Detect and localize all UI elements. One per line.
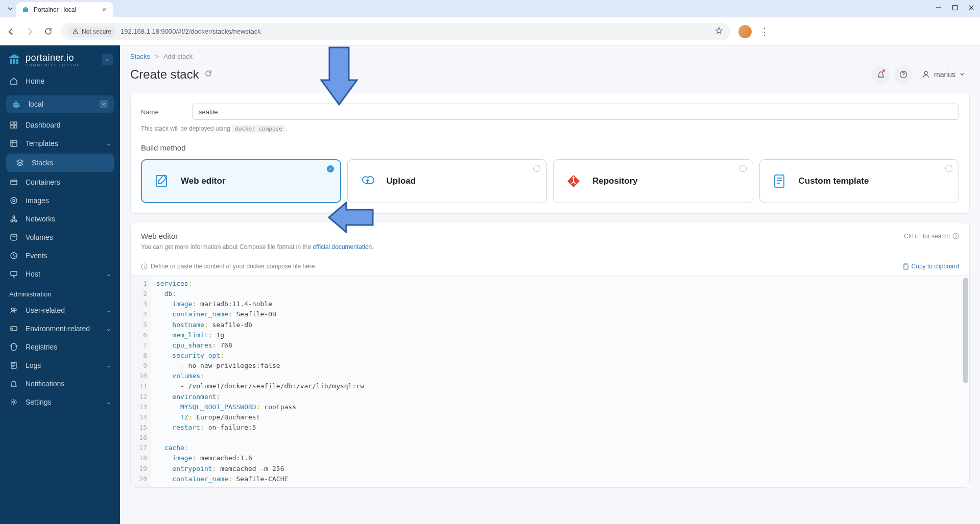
user-related-icon: [9, 306, 18, 315]
svg-point-22: [15, 220, 17, 222]
chevron-down-icon: ⌄: [106, 326, 111, 332]
nav-label: Environment-related: [26, 325, 90, 333]
method-radio: [739, 165, 747, 172]
profile-button[interactable]: [738, 25, 752, 38]
svg-rect-12: [11, 122, 13, 124]
nav-item-environment-related[interactable]: Environment-related⌄: [0, 319, 120, 338]
user-menu[interactable]: marius: [917, 67, 970, 82]
name-input[interactable]: [192, 104, 959, 120]
svg-point-52: [144, 264, 145, 265]
method-radio: [533, 165, 540, 172]
code-editor[interactable]: 1234567891011121314151617181920 services…: [131, 275, 969, 487]
containers-icon: [9, 178, 18, 187]
nav-label: Images: [26, 196, 49, 205]
nav-label: Settings: [26, 398, 52, 406]
main-content: Stacks > Add stack Create stack: [120, 45, 980, 524]
url-bar[interactable]: Not secure 192.168.1.18:9000/#!/2/docker…: [61, 23, 730, 40]
svg-rect-0: [23, 9, 28, 12]
security-chip[interactable]: Not secure: [68, 27, 115, 37]
help-button[interactable]: [894, 65, 913, 84]
method-card-repository[interactable]: Repository: [553, 159, 753, 203]
reload-button[interactable]: [43, 27, 53, 37]
method-icon: [152, 171, 172, 191]
svg-rect-11: [17, 103, 19, 105]
settings-icon: [9, 397, 18, 407]
sidebar: portainer.io COMMUNITY EDITION « Home lo…: [0, 45, 120, 524]
url-text: 192.168.1.18:9000/#!/2/docker/stacks/new…: [121, 28, 261, 35]
tab-close-button[interactable]: ×: [100, 6, 108, 14]
code-body[interactable]: services: db: image: mariadb:11.4-noble …: [151, 276, 969, 487]
nav-item-host[interactable]: Host⌄: [0, 265, 120, 283]
docs-link[interactable]: official documentation: [313, 243, 372, 251]
networks-icon: [9, 214, 18, 223]
env-header[interactable]: local ×: [6, 95, 114, 113]
method-radio: [945, 165, 952, 172]
copy-to-clipboard-button[interactable]: Copy to clipboard: [902, 263, 959, 270]
breadcrumb: Stacks > Add stack: [130, 53, 970, 60]
nav-label: Host: [26, 270, 40, 278]
svg-rect-13: [14, 122, 17, 124]
forward-button[interactable]: [25, 27, 35, 37]
editor-placeholder-hint: Define or paste the content of your dock…: [141, 263, 315, 270]
nav-label: Home: [26, 77, 44, 85]
nav-item-logs[interactable]: Logs⌄: [0, 356, 120, 375]
svg-point-41: [924, 71, 927, 74]
browser-menu-button[interactable]: ⋮: [760, 26, 769, 37]
maximize-button[interactable]: [950, 3, 960, 12]
sidebar-collapse-button[interactable]: «: [102, 54, 113, 65]
browser-nav-bar: Not secure 192.168.1.18:9000/#!/2/docker…: [0, 17, 980, 45]
back-button[interactable]: [6, 27, 16, 37]
nav-item-networks[interactable]: Networks: [0, 210, 120, 228]
minimize-button[interactable]: [934, 3, 943, 12]
nav-item-dashboard[interactable]: Dashboard: [0, 116, 120, 134]
title-bar: Create stack marius: [130, 65, 970, 84]
notifications-button[interactable]: [872, 65, 890, 84]
svg-point-4: [75, 32, 76, 33]
method-radio: [327, 165, 334, 172]
images-icon: [9, 196, 18, 205]
method-card-upload[interactable]: Upload: [347, 159, 547, 203]
method-title: Web editor: [181, 176, 226, 186]
breadcrumb-root[interactable]: Stacks: [130, 53, 150, 60]
nav-item-events[interactable]: Events: [0, 246, 120, 265]
svg-point-19: [11, 197, 17, 204]
nav-label: Registries: [26, 343, 57, 351]
nav-item-notifications[interactable]: Notifications: [0, 375, 120, 393]
nav-item-volumes[interactable]: Volumes: [0, 228, 120, 246]
help-icon: [899, 70, 907, 79]
close-window-button[interactable]: [967, 3, 976, 12]
refresh-button[interactable]: [204, 69, 212, 80]
logs-icon: [9, 361, 18, 370]
docker-icon: [12, 99, 21, 109]
nav-item-registries[interactable]: Registries: [0, 338, 120, 356]
svg-rect-2: [953, 6, 958, 10]
method-icon: [564, 171, 583, 191]
notifications-icon: [9, 379, 18, 388]
nav-label: Containers: [26, 178, 60, 186]
tab-search-button[interactable]: [4, 3, 16, 15]
svg-rect-8: [13, 103, 15, 105]
bookmark-button[interactable]: [715, 27, 723, 36]
chevron-down-icon: [960, 72, 965, 77]
nav-item-settings[interactable]: Settings⌄: [0, 393, 120, 411]
nav-home[interactable]: Home: [0, 72, 120, 90]
env-close-button[interactable]: ×: [100, 100, 108, 108]
nav-item-images[interactable]: Images: [0, 191, 120, 210]
method-card-web-editor[interactable]: Web editor: [141, 159, 341, 203]
nav-item-user-related[interactable]: User-related⌄: [0, 301, 120, 319]
nav-item-templates[interactable]: Templates⌄: [0, 134, 120, 153]
stacks-icon: [15, 158, 25, 167]
nav-item-stacks[interactable]: Stacks: [6, 154, 114, 172]
copy-icon: [902, 263, 909, 270]
web-editor-panel: Web editor Ctrl+F for search ? You can g…: [130, 222, 970, 488]
deploy-help-text: This stack will be deployed using docker…: [141, 125, 959, 132]
svg-rect-53: [904, 265, 908, 269]
line-gutter: 1234567891011121314151617181920: [131, 276, 151, 487]
nav-item-containers[interactable]: Containers: [0, 173, 120, 191]
svg-rect-9: [15, 103, 17, 105]
method-card-custom-template[interactable]: Custom template: [759, 159, 960, 203]
editor-scrollbar[interactable]: [963, 278, 968, 383]
nav-label: Templates: [26, 139, 58, 147]
svg-point-30: [14, 309, 16, 311]
browser-tab[interactable]: Portainer | local ×: [16, 2, 113, 17]
